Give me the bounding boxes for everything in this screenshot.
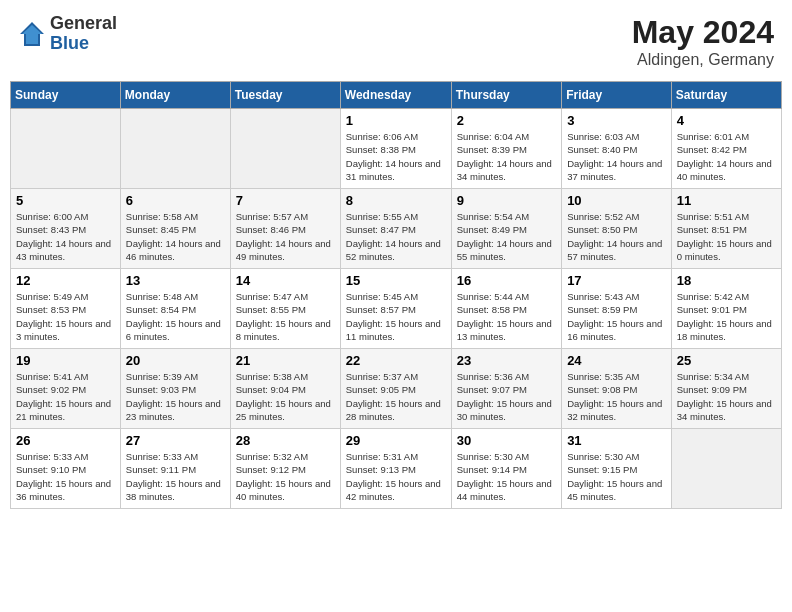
calendar-cell: [230, 109, 340, 189]
page-header: General Blue May 2024 Aldingen, Germany: [10, 10, 782, 73]
day-number: 26: [16, 433, 115, 448]
calendar-cell: 5Sunrise: 6:00 AM Sunset: 8:43 PM Daylig…: [11, 189, 121, 269]
day-info: Sunrise: 5:58 AM Sunset: 8:45 PM Dayligh…: [126, 210, 225, 263]
day-number: 17: [567, 273, 666, 288]
day-info: Sunrise: 5:31 AM Sunset: 9:13 PM Dayligh…: [346, 450, 446, 503]
calendar-cell: 14Sunrise: 5:47 AM Sunset: 8:55 PM Dayli…: [230, 269, 340, 349]
day-number: 13: [126, 273, 225, 288]
day-info: Sunrise: 6:03 AM Sunset: 8:40 PM Dayligh…: [567, 130, 666, 183]
logo: General Blue: [18, 14, 117, 54]
day-of-week-header: Thursday: [451, 82, 561, 109]
calendar-cell: 31Sunrise: 5:30 AM Sunset: 9:15 PM Dayli…: [562, 429, 672, 509]
day-info: Sunrise: 5:37 AM Sunset: 9:05 PM Dayligh…: [346, 370, 446, 423]
location: Aldingen, Germany: [632, 51, 774, 69]
day-number: 12: [16, 273, 115, 288]
calendar-table: SundayMondayTuesdayWednesdayThursdayFrid…: [10, 81, 782, 509]
calendar-cell: 25Sunrise: 5:34 AM Sunset: 9:09 PM Dayli…: [671, 349, 781, 429]
day-info: Sunrise: 5:43 AM Sunset: 8:59 PM Dayligh…: [567, 290, 666, 343]
day-info: Sunrise: 5:36 AM Sunset: 9:07 PM Dayligh…: [457, 370, 556, 423]
title-section: May 2024 Aldingen, Germany: [632, 14, 774, 69]
day-number: 11: [677, 193, 776, 208]
day-info: Sunrise: 5:33 AM Sunset: 9:10 PM Dayligh…: [16, 450, 115, 503]
day-number: 8: [346, 193, 446, 208]
day-info: Sunrise: 5:38 AM Sunset: 9:04 PM Dayligh…: [236, 370, 335, 423]
day-number: 21: [236, 353, 335, 368]
calendar-cell: [120, 109, 230, 189]
day-info: Sunrise: 5:51 AM Sunset: 8:51 PM Dayligh…: [677, 210, 776, 263]
calendar-cell: 21Sunrise: 5:38 AM Sunset: 9:04 PM Dayli…: [230, 349, 340, 429]
calendar-cell: 22Sunrise: 5:37 AM Sunset: 9:05 PM Dayli…: [340, 349, 451, 429]
calendar-cell: 3Sunrise: 6:03 AM Sunset: 8:40 PM Daylig…: [562, 109, 672, 189]
calendar-cell: 7Sunrise: 5:57 AM Sunset: 8:46 PM Daylig…: [230, 189, 340, 269]
day-of-week-header: Wednesday: [340, 82, 451, 109]
day-info: Sunrise: 5:44 AM Sunset: 8:58 PM Dayligh…: [457, 290, 556, 343]
day-info: Sunrise: 5:45 AM Sunset: 8:57 PM Dayligh…: [346, 290, 446, 343]
calendar-week-row: 19Sunrise: 5:41 AM Sunset: 9:02 PM Dayli…: [11, 349, 782, 429]
day-number: 15: [346, 273, 446, 288]
day-number: 6: [126, 193, 225, 208]
calendar-header-row: SundayMondayTuesdayWednesdayThursdayFrid…: [11, 82, 782, 109]
day-info: Sunrise: 6:01 AM Sunset: 8:42 PM Dayligh…: [677, 130, 776, 183]
calendar-cell: 18Sunrise: 5:42 AM Sunset: 9:01 PM Dayli…: [671, 269, 781, 349]
day-number: 5: [16, 193, 115, 208]
calendar-cell: 11Sunrise: 5:51 AM Sunset: 8:51 PM Dayli…: [671, 189, 781, 269]
calendar-cell: 23Sunrise: 5:36 AM Sunset: 9:07 PM Dayli…: [451, 349, 561, 429]
day-of-week-header: Saturday: [671, 82, 781, 109]
day-of-week-header: Sunday: [11, 82, 121, 109]
day-info: Sunrise: 6:06 AM Sunset: 8:38 PM Dayligh…: [346, 130, 446, 183]
day-of-week-header: Friday: [562, 82, 672, 109]
calendar-cell: 20Sunrise: 5:39 AM Sunset: 9:03 PM Dayli…: [120, 349, 230, 429]
day-info: Sunrise: 5:32 AM Sunset: 9:12 PM Dayligh…: [236, 450, 335, 503]
day-info: Sunrise: 5:57 AM Sunset: 8:46 PM Dayligh…: [236, 210, 335, 263]
day-of-week-header: Monday: [120, 82, 230, 109]
calendar-cell: 29Sunrise: 5:31 AM Sunset: 9:13 PM Dayli…: [340, 429, 451, 509]
day-number: 20: [126, 353, 225, 368]
calendar-cell: 13Sunrise: 5:48 AM Sunset: 8:54 PM Dayli…: [120, 269, 230, 349]
day-info: Sunrise: 5:30 AM Sunset: 9:15 PM Dayligh…: [567, 450, 666, 503]
day-number: 19: [16, 353, 115, 368]
day-info: Sunrise: 5:35 AM Sunset: 9:08 PM Dayligh…: [567, 370, 666, 423]
day-info: Sunrise: 5:42 AM Sunset: 9:01 PM Dayligh…: [677, 290, 776, 343]
logo-general: General: [50, 14, 117, 34]
day-info: Sunrise: 5:55 AM Sunset: 8:47 PM Dayligh…: [346, 210, 446, 263]
day-number: 30: [457, 433, 556, 448]
calendar-cell: 15Sunrise: 5:45 AM Sunset: 8:57 PM Dayli…: [340, 269, 451, 349]
month-title: May 2024: [632, 14, 774, 51]
logo-blue: Blue: [50, 34, 117, 54]
day-number: 28: [236, 433, 335, 448]
day-info: Sunrise: 5:30 AM Sunset: 9:14 PM Dayligh…: [457, 450, 556, 503]
day-number: 2: [457, 113, 556, 128]
day-number: 14: [236, 273, 335, 288]
day-info: Sunrise: 5:52 AM Sunset: 8:50 PM Dayligh…: [567, 210, 666, 263]
day-info: Sunrise: 5:49 AM Sunset: 8:53 PM Dayligh…: [16, 290, 115, 343]
day-info: Sunrise: 5:47 AM Sunset: 8:55 PM Dayligh…: [236, 290, 335, 343]
day-number: 25: [677, 353, 776, 368]
calendar-week-row: 5Sunrise: 6:00 AM Sunset: 8:43 PM Daylig…: [11, 189, 782, 269]
day-number: 16: [457, 273, 556, 288]
day-number: 31: [567, 433, 666, 448]
calendar-cell: 27Sunrise: 5:33 AM Sunset: 9:11 PM Dayli…: [120, 429, 230, 509]
day-number: 4: [677, 113, 776, 128]
day-info: Sunrise: 5:54 AM Sunset: 8:49 PM Dayligh…: [457, 210, 556, 263]
day-number: 18: [677, 273, 776, 288]
day-number: 7: [236, 193, 335, 208]
calendar-cell: 6Sunrise: 5:58 AM Sunset: 8:45 PM Daylig…: [120, 189, 230, 269]
calendar-cell: 2Sunrise: 6:04 AM Sunset: 8:39 PM Daylig…: [451, 109, 561, 189]
calendar-cell: 8Sunrise: 5:55 AM Sunset: 8:47 PM Daylig…: [340, 189, 451, 269]
day-info: Sunrise: 5:41 AM Sunset: 9:02 PM Dayligh…: [16, 370, 115, 423]
calendar-cell: 16Sunrise: 5:44 AM Sunset: 8:58 PM Dayli…: [451, 269, 561, 349]
day-number: 24: [567, 353, 666, 368]
day-of-week-header: Tuesday: [230, 82, 340, 109]
day-number: 23: [457, 353, 556, 368]
day-info: Sunrise: 5:33 AM Sunset: 9:11 PM Dayligh…: [126, 450, 225, 503]
day-info: Sunrise: 6:04 AM Sunset: 8:39 PM Dayligh…: [457, 130, 556, 183]
calendar-week-row: 26Sunrise: 5:33 AM Sunset: 9:10 PM Dayli…: [11, 429, 782, 509]
day-info: Sunrise: 5:34 AM Sunset: 9:09 PM Dayligh…: [677, 370, 776, 423]
calendar-cell: 17Sunrise: 5:43 AM Sunset: 8:59 PM Dayli…: [562, 269, 672, 349]
calendar-week-row: 1Sunrise: 6:06 AM Sunset: 8:38 PM Daylig…: [11, 109, 782, 189]
calendar-cell: 9Sunrise: 5:54 AM Sunset: 8:49 PM Daylig…: [451, 189, 561, 269]
day-number: 22: [346, 353, 446, 368]
calendar-cell: 28Sunrise: 5:32 AM Sunset: 9:12 PM Dayli…: [230, 429, 340, 509]
day-number: 10: [567, 193, 666, 208]
day-number: 29: [346, 433, 446, 448]
